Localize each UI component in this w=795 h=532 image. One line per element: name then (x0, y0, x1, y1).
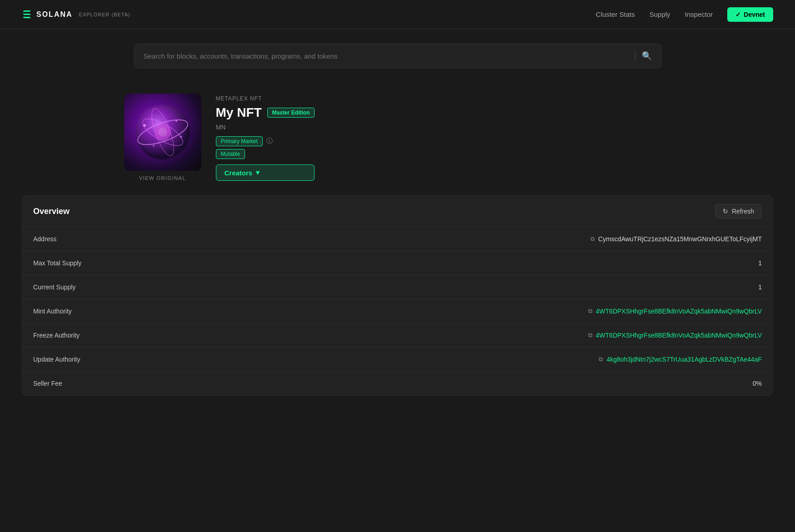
refresh-icon: ↻ (723, 208, 728, 215)
nft-image (124, 94, 201, 171)
row-value-text: CymscdAwuTRjCz1ezsNZa15MnwGNrxhGUEToLFcy… (598, 235, 762, 243)
info-icon[interactable]: ⓘ (266, 137, 273, 145)
row-label: Max Total Supply (33, 259, 81, 267)
nft-section: VIEW ORIGINAL METAPLEX NFT My NFT Master… (102, 83, 693, 195)
table-row: Current Supply1 (22, 275, 773, 299)
nft-title: My NFT (216, 105, 262, 120)
copy-icon[interactable]: ⧉ (588, 308, 592, 315)
overview-rows: Address⧉CymscdAwuTRjCz1ezsNZa15MnwGNrxhG… (22, 227, 773, 395)
mutable-row: Mutable (216, 150, 315, 157)
solana-logo-icon (22, 10, 32, 19)
table-row: Address⧉CymscdAwuTRjCz1ezsNZa15MnwGNrxhG… (22, 227, 773, 251)
search-input[interactable] (144, 52, 629, 60)
view-original-link[interactable]: VIEW ORIGINAL (139, 175, 186, 181)
row-label: Address (33, 235, 56, 243)
copy-icon[interactable]: ⧉ (588, 332, 592, 339)
inspector-link[interactable]: Inspector (685, 10, 713, 18)
logo-text: SOLANA (36, 10, 73, 19)
row-value-num: 1 (758, 259, 762, 267)
row-label: Update Authority (33, 356, 80, 363)
table-row: Seller Fee0% (22, 372, 773, 395)
row-label: Current Supply (33, 283, 75, 291)
search-icon-button[interactable]: 🔍 (642, 51, 652, 61)
badges-row: Primary Market ⓘ (216, 136, 315, 146)
row-value-text: 4kg8oh3jdNtn7j2wcS7TrUua31AgbLzDVkBZgTAe… (606, 356, 762, 363)
main-header: SOLANA EXPLORER (BETA) Cluster Stats Sup… (0, 0, 795, 29)
table-row: Mint Authority⧉4WT6DPXSHhgrFse8BEfk8nVoA… (22, 299, 773, 323)
master-edition-badge: Master Edition (267, 108, 315, 118)
mutable-badge: Mutable (216, 149, 245, 159)
row-value-text: 4WT6DPXSHhgrFse8BEfk8nVoAZqk5abNMwiQn9wQ… (596, 308, 762, 315)
chevron-down-icon: ▾ (256, 169, 260, 177)
svg-point-9 (175, 120, 177, 122)
nft-image-block: VIEW ORIGINAL (124, 94, 201, 181)
overview-section: Overview ↻ Refresh Address⧉CymscdAwuTRjC… (22, 195, 773, 396)
row-label: Seller Fee (33, 380, 62, 387)
overview-header: Overview ↻ Refresh (22, 196, 773, 227)
svg-point-6 (143, 124, 146, 127)
search-container: 🔍 (0, 29, 795, 83)
cluster-stats-link[interactable]: Cluster Stats (596, 10, 635, 18)
refresh-button[interactable]: ↻ Refresh (715, 204, 762, 219)
search-divider (635, 50, 635, 61)
row-label: Freeze Authority (33, 332, 80, 339)
row-value-text: 4WT6DPXSHhgrFse8BEfk8nVoAZqk5abNMwiQn9wQ… (596, 332, 762, 339)
svg-point-7 (180, 136, 182, 138)
supply-link[interactable]: Supply (650, 10, 670, 18)
devnet-button[interactable]: ✓ Devnet (727, 7, 773, 22)
logo-area: SOLANA EXPLORER (BETA) (22, 10, 130, 19)
creators-button[interactable]: Creators ▾ (216, 164, 315, 181)
metaplex-label: METAPLEX NFT (216, 95, 315, 102)
row-value-num: 0% (753, 380, 762, 387)
main-nav: Cluster Stats Supply Inspector ✓ Devnet (596, 7, 773, 22)
table-row: Max Total Supply1 (22, 251, 773, 275)
nft-title-row: My NFT Master Edition (216, 105, 315, 120)
copy-icon[interactable]: ⧉ (599, 356, 603, 363)
nft-info: METAPLEX NFT My NFT Master Edition MN Pr… (216, 94, 315, 181)
table-row: Update Authority⧉4kg8oh3jdNtn7j2wcS7TrUu… (22, 348, 773, 372)
overview-title: Overview (33, 207, 70, 216)
svg-point-8 (153, 145, 155, 147)
table-row: Freeze Authority⧉4WT6DPXSHhgrFse8BEfk8nV… (22, 323, 773, 348)
row-value-num: 1 (758, 283, 762, 291)
search-box: 🔍 (134, 44, 661, 68)
primary-market-badge: Primary Market (216, 136, 263, 146)
svg-point-5 (158, 128, 167, 137)
devnet-check-icon: ✓ (735, 11, 741, 18)
explorer-label: EXPLORER (BETA) (79, 12, 130, 17)
nft-symbol: MN (216, 124, 315, 131)
row-label: Mint Authority (33, 308, 72, 315)
copy-icon[interactable]: ⧉ (590, 235, 595, 243)
search-icon: 🔍 (642, 51, 652, 60)
